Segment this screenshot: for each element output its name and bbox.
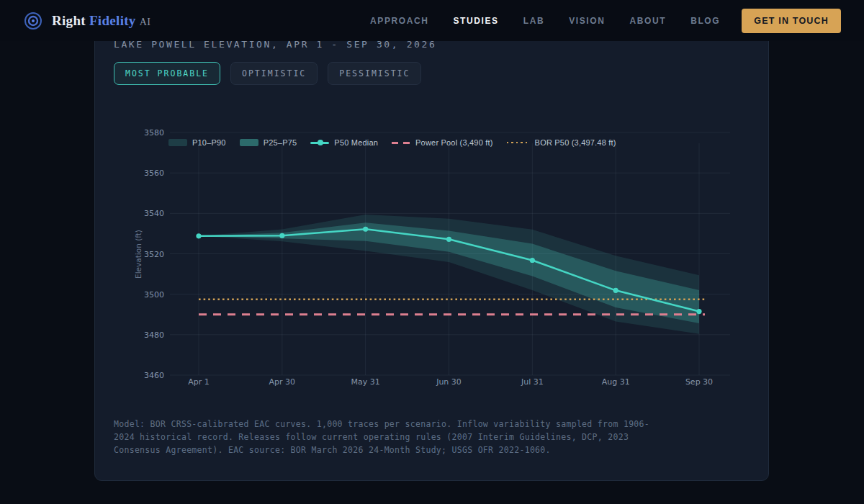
y-tick-label: 3480 — [144, 330, 164, 340]
data-point — [279, 233, 284, 238]
brand-logo[interactable]: Right FidelityAI — [23, 11, 150, 31]
scenario-tab-pessimistic[interactable]: PESSIMISTIC — [328, 62, 421, 85]
y-tick-label: 3540 — [144, 209, 164, 218]
x-tick-label: Apr 30 — [269, 377, 296, 387]
nav-link-approach[interactable]: APPROACH — [370, 16, 428, 26]
x-tick-label: Sep 30 — [685, 377, 713, 387]
y-tick-label: 3500 — [144, 290, 164, 300]
data-point — [363, 227, 368, 232]
brand-name: Right FidelityAI — [52, 13, 150, 29]
nav-link-vision[interactable]: VISION — [569, 16, 605, 26]
model-footnote: Model: BOR CRSS-calibrated EAC curves. 1… — [114, 418, 652, 456]
nav-link-studies[interactable]: STUDIES — [454, 16, 499, 26]
nav-links: APPROACHSTUDIESLABVISIONABOUTBLOG — [370, 16, 720, 26]
data-point — [613, 288, 618, 293]
nav-link-about[interactable]: ABOUT — [629, 16, 666, 26]
y-axis-title: Elevation (ft) — [134, 230, 143, 279]
y-tick-label: 3460 — [144, 371, 164, 380]
study-card: LAKE POWELL ELEVATION, APR 1 - SEP 30, 2… — [94, 32, 769, 481]
brand-suffix: AI — [140, 17, 151, 27]
brand-second: Fidelity — [89, 13, 136, 28]
data-point — [196, 233, 201, 238]
target-circles-icon — [23, 11, 43, 31]
x-tick-label: Apr 1 — [188, 377, 210, 387]
elevation-chart-svg: 3460348035003520354035603580Apr 1Apr 30M… — [120, 123, 746, 393]
data-point — [696, 309, 701, 314]
data-point — [446, 237, 451, 242]
nav-link-lab[interactable]: LAB — [523, 16, 544, 26]
x-tick-label: May 31 — [351, 377, 380, 387]
nav-link-blog[interactable]: BLOG — [690, 16, 720, 26]
y-tick-label: 3560 — [144, 168, 164, 178]
x-tick-label: Aug 31 — [602, 377, 630, 387]
x-tick-label: Jul 31 — [521, 377, 544, 387]
y-tick-label: 3580 — [144, 128, 164, 138]
navbar: Right FidelityAI APPROACHSTUDIESLABVISIO… — [0, 0, 864, 41]
scenario-tab-most-probable[interactable]: MOST PROBABLE — [114, 62, 220, 85]
x-tick-label: Jun 30 — [436, 377, 462, 387]
scenario-tabs: MOST PROBABLEOPTIMISTICPESSIMISTIC — [114, 62, 421, 85]
brand-first: Right — [52, 13, 86, 28]
get-in-touch-button[interactable]: GET IN TOUCH — [742, 9, 841, 33]
chart-area: 3460348035003520354035603580Apr 1Apr 30M… — [120, 123, 746, 393]
y-tick-label: 3520 — [144, 250, 164, 259]
scenario-tab-optimistic[interactable]: OPTIMISTIC — [230, 62, 318, 85]
data-point — [530, 258, 535, 263]
